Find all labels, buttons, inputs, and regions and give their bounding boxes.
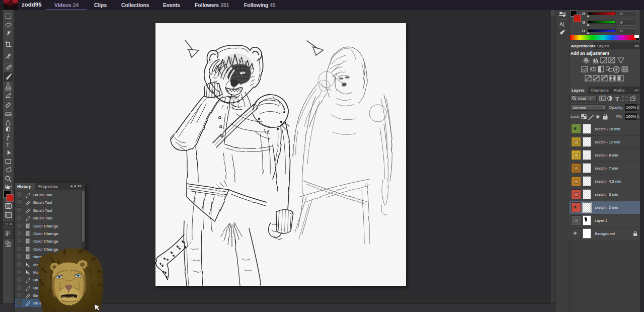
- svg-text:T: T: [6, 141, 10, 147]
- svg-text:A|: A|: [559, 22, 564, 27]
- svg-text:T: T: [615, 96, 619, 102]
